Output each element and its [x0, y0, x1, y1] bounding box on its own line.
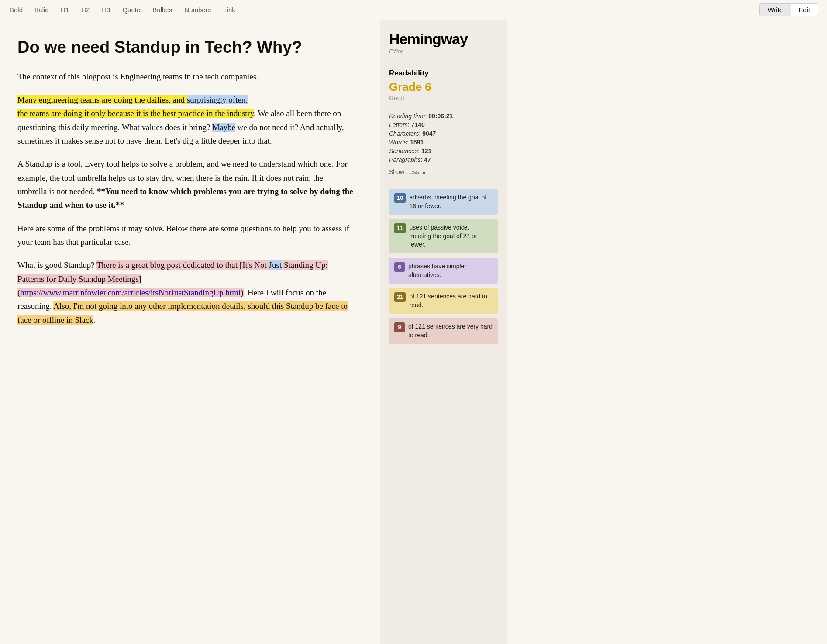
badge-passive-text: uses of passive voice, meeting the goal …: [409, 223, 493, 249]
toolbar-italic[interactable]: Italic: [34, 4, 49, 15]
mode-tabs: Write Edit: [759, 3, 818, 16]
badge-hard: 21 of 121 sentences are hard to read.: [389, 288, 498, 314]
badge-very-hard-num: 9: [394, 322, 405, 332]
sentences-value: 121: [421, 147, 431, 154]
reading-time-label: Reading time: [389, 113, 425, 120]
paragraph-1: The context of this blogpost is Engineer…: [17, 70, 354, 83]
edit-tab[interactable]: Edit: [791, 4, 818, 16]
toolbar-bullets[interactable]: Bullets: [152, 4, 173, 15]
letters-label: Letters: [389, 121, 408, 128]
paragraph-2: Many engineering teams are doing the dai…: [17, 93, 354, 147]
highlight-yellow-2: the teams are doing it only because it i…: [17, 109, 254, 118]
editor-area[interactable]: Do we need Standup in Tech? Why? The con…: [0, 20, 380, 644]
stat-words: Words: 1591: [389, 139, 498, 146]
badge-adverbs: 10 adverbs, meeting the goal of 16 or fe…: [389, 189, 498, 215]
up-arrow-icon: ▲: [421, 169, 426, 175]
toolbar-h3[interactable]: H3: [101, 4, 111, 15]
stat-reading-time: Reading time: 00:06:21: [389, 113, 498, 120]
badge-very-hard-text: of 121 sentences are very hard to read.: [408, 322, 493, 339]
badge-hard-text: of 121 sentences are hard to read.: [409, 292, 493, 309]
badge-passive: 11 uses of passive voice, meeting the go…: [389, 219, 498, 253]
highlight-blue-1: surprisingly often,: [187, 95, 248, 104]
words-value: 1591: [410, 139, 424, 146]
stat-letters: Letters: 7140: [389, 121, 498, 128]
paragraphs-value: 47: [424, 156, 431, 163]
stat-paragraphs: Paragraphs: 47: [389, 156, 498, 163]
reading-time-value: 00:06:21: [428, 113, 453, 120]
badge-passive-num: 11: [394, 223, 406, 233]
app-title: Hemingway: [389, 31, 498, 48]
badge-very-hard: 9 of 121 sentences are very hard to read…: [389, 318, 498, 344]
show-less-button[interactable]: Show Less ▲: [389, 168, 426, 175]
badge-adverbs-text: adverbs, meeting the goal of 16 or fewer…: [409, 193, 493, 210]
app-subtitle: Editor: [389, 48, 498, 55]
badge-hard-num: 21: [394, 292, 406, 302]
characters-label: Characters: [389, 130, 419, 137]
main-layout: Do we need Standup in Tech? Why? The con…: [0, 20, 827, 644]
article-title: Do we need Standup in Tech? Why?: [17, 38, 354, 58]
highlight-blue-2: Maybe: [212, 123, 235, 132]
toolbar-bold[interactable]: Bold: [9, 4, 24, 15]
words-label: Words: [389, 139, 407, 146]
show-less-label: Show Less: [389, 168, 419, 175]
toolbar-link[interactable]: Link: [222, 4, 236, 15]
article-link[interactable]: https://www.martinfowler.com/articles/it…: [20, 288, 241, 297]
toolbar: Bold Italic H1 H2 H3 Quote Bullets Numbe…: [0, 0, 827, 20]
readability-label: Readability: [389, 69, 498, 78]
toolbar-numbers[interactable]: Numbers: [183, 4, 212, 15]
highlight-yellow-1: Many engineering teams are doing the dai…: [17, 95, 248, 104]
paragraph-3: A Standup is a tool. Every tool helps to…: [17, 157, 354, 212]
highlight-orange-1: Also, I'm not going into any other imple…: [17, 301, 348, 324]
stat-characters: Characters: 9047: [389, 130, 498, 137]
characters-value: 9047: [422, 130, 436, 137]
grade-desc: Good: [389, 95, 498, 102]
highlight-pink-1: There is a great blog post dedicated to …: [17, 260, 328, 297]
toolbar-h1[interactable]: H1: [60, 4, 70, 15]
badge-adverbs-num: 10: [394, 193, 406, 203]
badge-simpler-num: 6: [394, 262, 405, 272]
badge-simpler-text: phrases have simpler alternatives.: [408, 262, 493, 279]
paragraph-5: What is good Standup? There is a great b…: [17, 258, 354, 327]
sidebar: Hemingway Editor Readability Grade 6 Goo…: [380, 20, 507, 644]
grade-value: Grade 6: [389, 80, 498, 94]
paragraph-4: Here are some of the problems it may sol…: [17, 222, 354, 249]
toolbar-quote[interactable]: Quote: [121, 4, 141, 15]
letters-value: 7140: [411, 121, 425, 128]
badge-simpler: 6 phrases have simpler alternatives.: [389, 258, 498, 284]
stat-sentences: Sentences: 121: [389, 147, 498, 154]
highlight-blue-3: Just: [269, 260, 282, 270]
write-tab[interactable]: Write: [760, 4, 791, 16]
toolbar-h2[interactable]: H2: [80, 4, 90, 15]
paragraphs-label: Paragraphs: [389, 156, 420, 163]
sentences-label: Sentences: [389, 147, 418, 154]
